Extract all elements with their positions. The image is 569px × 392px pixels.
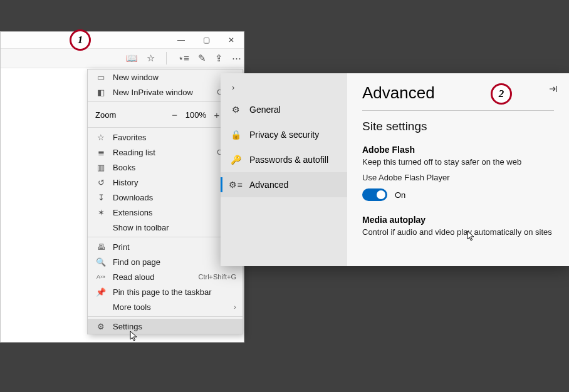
menu-item-label: Read aloud (113, 272, 198, 282)
flash-toggle[interactable] (362, 188, 387, 201)
inprivate-icon: ◧ (95, 88, 107, 97)
menu-item-label: Find on page (113, 257, 236, 267)
divider (362, 110, 554, 111)
flash-toggle-state: On (395, 190, 405, 200)
settings-sidebar: › ⚙ General 🔒 Privacy & security 🔑 Passw… (221, 73, 347, 266)
menu-item-label: Favorites (113, 133, 236, 142)
menu-item-label: Settings (113, 322, 236, 331)
flash-toggle-row: On (362, 188, 554, 201)
favorite-star-icon[interactable]: ☆ (147, 53, 155, 64)
menu-item-label: New window (113, 73, 236, 82)
window-close-button[interactable]: ✕ (219, 32, 244, 48)
more-dropdown-menu: ▭ New window ◧ New InPrivate window Ctrl… (87, 69, 243, 334)
menu-item-history[interactable]: ↺ History (88, 175, 243, 190)
menu-item-label: Print (113, 242, 236, 252)
sliders-icon: ⚙≡ (231, 180, 241, 190)
menu-item-label: Reading list (113, 148, 217, 157)
nav-item-label: General (249, 105, 281, 115)
read-aloud-icon: A›» (95, 274, 107, 280)
menu-item-label: Books (113, 163, 236, 172)
menu-item-show-in-toolbar[interactable]: Show in toolbar (88, 220, 243, 235)
menu-item-new-inprivate[interactable]: ◧ New InPrivate window Ctrl+S (88, 85, 243, 100)
menu-item-downloads[interactable]: ↧ Downloads (88, 190, 243, 205)
nav-item-label: Privacy & security (249, 130, 319, 140)
reading-list-icon: ≣ (95, 148, 107, 157)
browser-toolbar: 📖 ☆ ⋆≡ ✎ ⇪ ⋯ (1, 49, 244, 68)
nav-item-passwords[interactable]: 🔑 Passwords & autofill (221, 147, 347, 172)
window-icon: ▭ (95, 73, 107, 82)
menu-item-label: Show in toolbar (113, 223, 236, 232)
nav-item-general[interactable]: ⚙ General (221, 97, 347, 122)
books-icon: ▥ (95, 163, 107, 172)
menu-item-label: More tools (113, 302, 234, 312)
zoom-label: Zoom (95, 110, 116, 120)
flash-toggle-label: Use Adobe Flash Player (362, 173, 554, 182)
flash-section-desc: Keep this turned off to stay safer on th… (362, 157, 554, 167)
toolbar-separator (166, 52, 167, 64)
window-maximize-button[interactable]: ▢ (194, 32, 219, 48)
autoplay-section-desc: Control if audio and video play automati… (362, 227, 554, 237)
print-icon: 🖶 (95, 242, 107, 252)
menu-item-find-on-page[interactable]: 🔍 Find on page (88, 254, 243, 269)
menu-item-shortcut: Ctrl+Shift+G (198, 273, 236, 281)
settings-flyout: › ⚙ General 🔒 Privacy & security 🔑 Passw… (221, 73, 569, 266)
menu-item-label: Extensions (113, 208, 236, 217)
settings-page-title: Advanced (362, 83, 554, 103)
menu-item-label: History (113, 178, 236, 187)
menu-item-print[interactable]: 🖶 Print (88, 239, 243, 254)
menu-item-pin-to-taskbar[interactable]: 📌 Pin this page to the taskbar (88, 284, 243, 299)
gear-icon: ⚙ (231, 105, 241, 115)
pin-icon: 📌 (95, 287, 107, 297)
nav-item-advanced[interactable]: ⚙≡ Advanced (221, 172, 347, 197)
notes-icon[interactable]: ✎ (198, 53, 206, 64)
autoplay-section-title: Media autoplay (362, 215, 554, 225)
menu-item-label: New InPrivate window (113, 88, 217, 97)
share-icon[interactable]: ⇪ (215, 53, 223, 64)
menu-item-label: Downloads (113, 193, 236, 202)
star-icon: ☆ (95, 133, 107, 142)
settings-main-panel: Advanced Site settings Adobe Flash Keep … (347, 73, 569, 266)
callout-badge-2: 2 (491, 83, 512, 105)
settings-section-heading: Site settings (362, 120, 554, 133)
window-minimize-button[interactable]: — (169, 32, 194, 48)
menu-item-new-window[interactable]: ▭ New window (88, 70, 243, 85)
gear-icon: ⚙ (95, 322, 107, 331)
flash-section-title: Adobe Flash (362, 145, 554, 155)
zoom-in-button[interactable]: + (212, 110, 221, 120)
more-menu-icon[interactable]: ⋯ (232, 53, 241, 64)
menu-item-label: Pin this page to the taskbar (113, 287, 236, 297)
pin-panel-icon[interactable] (549, 85, 558, 95)
chevron-right-icon: › (234, 303, 236, 311)
nav-item-label: Passwords & autofill (249, 155, 328, 165)
settings-back-button[interactable]: › (221, 77, 347, 97)
menu-item-extensions[interactable]: ✶ Extensions (88, 205, 243, 220)
menu-item-favorites[interactable]: ☆ Favorites (88, 130, 243, 145)
history-icon: ↺ (95, 178, 107, 187)
zoom-value: 100% (185, 110, 206, 120)
nav-item-label: Advanced (249, 180, 288, 190)
reading-view-icon[interactable]: 📖 (126, 53, 138, 64)
menu-item-more-tools[interactable]: More tools › (88, 299, 243, 314)
callout-badge-1: 1 (70, 29, 91, 51)
nav-item-privacy[interactable]: 🔒 Privacy & security (221, 122, 347, 147)
favorites-list-icon[interactable]: ⋆≡ (178, 53, 189, 64)
lock-icon: 🔒 (231, 130, 241, 140)
search-icon: 🔍 (95, 257, 107, 267)
window-titlebar: — ▢ ✕ (1, 32, 244, 49)
menu-zoom-row: Zoom − 100% + ⤢ (88, 104, 243, 125)
menu-item-read-aloud[interactable]: A›» Read aloud Ctrl+Shift+G (88, 269, 243, 284)
menu-item-settings[interactable]: ⚙ Settings (88, 319, 243, 334)
key-icon: 🔑 (231, 155, 241, 165)
downloads-icon: ↧ (95, 193, 107, 202)
menu-item-reading-list[interactable]: ≣ Reading list Ctrl+S (88, 145, 243, 160)
menu-item-books[interactable]: ▥ Books (88, 160, 243, 175)
zoom-out-button[interactable]: − (170, 110, 179, 120)
extensions-icon: ✶ (95, 208, 107, 217)
